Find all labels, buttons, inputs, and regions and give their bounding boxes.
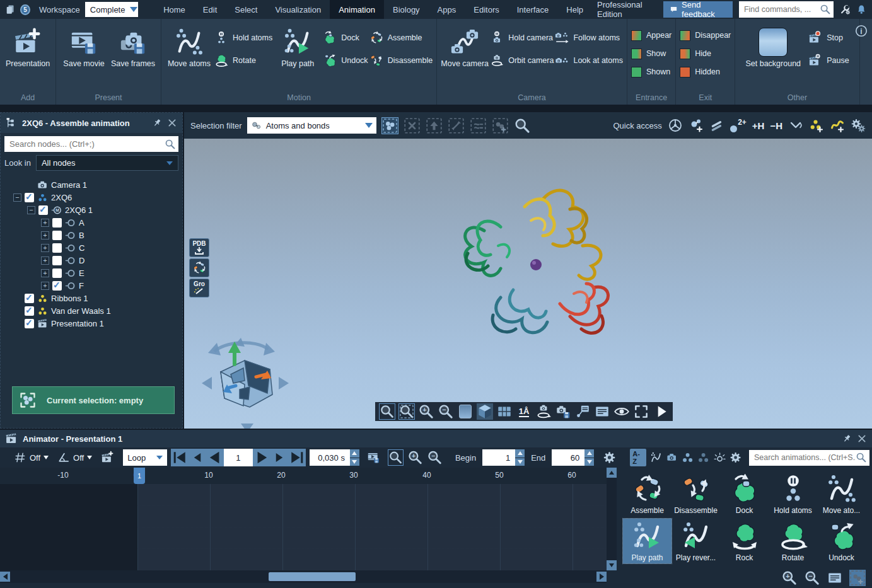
spin-up-button[interactable]	[584, 449, 594, 458]
tree-item[interactable]: + C	[4, 241, 182, 254]
frame-time-spinbox[interactable]: 0,030 s	[310, 449, 359, 466]
menu-tab[interactable]: Interface	[508, 0, 558, 19]
filter-light-icon[interactable]	[714, 451, 726, 464]
set-background-button[interactable]: Set background	[739, 23, 807, 68]
zoom-selection-button[interactable]	[398, 403, 415, 420]
tree-item[interactable]: Camera 1	[4, 178, 182, 191]
tree-expander[interactable]: +	[41, 257, 49, 265]
move-camera-button[interactable]: Move camera	[441, 23, 489, 68]
animation-item[interactable]: Assemble	[623, 471, 671, 516]
loop-mode-dropdown[interactable]: Loop	[123, 449, 167, 466]
shown-button[interactable]: Shown	[631, 64, 671, 79]
panel-button[interactable]	[594, 403, 610, 420]
search-nodes-box[interactable]	[4, 136, 178, 152]
tree-item[interactable]: + E	[4, 267, 182, 279]
tree-item[interactable]: Presentation 1	[4, 317, 182, 330]
save-viewpoint-button[interactable]	[555, 403, 571, 420]
look-at-atoms-button[interactable]: Look at atoms	[555, 53, 623, 68]
begin-spinbox[interactable]: 1	[482, 449, 525, 466]
menu-tab[interactable]: Editors	[465, 0, 508, 19]
visibility-button[interactable]	[613, 403, 630, 420]
menu-tab[interactable]: Help	[557, 0, 592, 19]
hold-camera-button[interactable]: Hold camera	[490, 30, 554, 45]
hide-button[interactable]: Hide	[680, 46, 731, 61]
look-in-dropdown[interactable]: All nodes	[36, 155, 178, 171]
close-icon[interactable]	[857, 434, 867, 444]
tree-item[interactable]: + B	[4, 229, 182, 241]
step-forward-button[interactable]	[270, 449, 288, 466]
filter-path-icon[interactable]	[650, 451, 662, 464]
info-icon[interactable]: i	[854, 24, 868, 38]
timeline-zoom-out-button[interactable]: −	[427, 449, 443, 466]
scroll-up-button[interactable]	[607, 468, 617, 478]
filter-camera-icon[interactable]	[666, 451, 678, 464]
remove-hydrogens-button[interactable]: −H	[770, 120, 782, 131]
add-ribbon-icon[interactable]	[830, 118, 845, 133]
appear-button[interactable]: Appear	[631, 28, 671, 43]
tree-checkbox[interactable]	[52, 243, 62, 253]
close-icon[interactable]	[167, 118, 177, 128]
simulation-settings-icon[interactable]	[851, 118, 866, 133]
sort-az-button[interactable]: A-Z	[630, 449, 646, 466]
tree-item[interactable]: − 2XQ6	[4, 191, 182, 204]
select-similar-button[interactable]	[470, 117, 487, 134]
animation-item[interactable]: Disassemble	[671, 471, 720, 516]
search-animations-input[interactable]	[754, 453, 856, 462]
periodic-table-icon[interactable]	[668, 118, 683, 133]
tree-item[interactable]: Ribbons 1	[4, 292, 182, 304]
filter-group-icon[interactable]	[697, 451, 709, 464]
hidden-button[interactable]: Hidden	[680, 64, 731, 79]
labels-button[interactable]	[574, 403, 591, 420]
disappear-button[interactable]: Disappear	[680, 28, 731, 43]
scale-1angstrom-button[interactable]: 1Å	[516, 403, 532, 420]
zoom-selection-button[interactable]	[514, 117, 531, 134]
find-commands-box[interactable]	[739, 1, 834, 18]
zoom-out-button[interactable]: −	[438, 403, 454, 420]
zoom-in-button[interactable]: +	[418, 403, 434, 420]
save-movie-button[interactable]: Save movie	[60, 23, 108, 68]
zoom-all-button[interactable]	[379, 403, 395, 420]
menu-tab[interactable]: Edit	[194, 0, 226, 19]
animation-item[interactable]: Hold atoms	[769, 471, 817, 516]
spin-up-button[interactable]	[350, 449, 359, 458]
timeline-body[interactable]	[0, 484, 607, 570]
pin-icon[interactable]	[842, 434, 852, 444]
animation-item[interactable]: Rotate	[769, 519, 817, 563]
expand-selection-button[interactable]	[448, 117, 465, 134]
frame-time-value[interactable]: 0,030 s	[310, 449, 350, 466]
add-presentation-icon[interactable]	[101, 451, 114, 464]
tree-expander[interactable]: +	[41, 219, 49, 227]
timeline-zoom-fit-button[interactable]	[388, 449, 404, 466]
search-nodes-input[interactable]	[9, 139, 165, 149]
begin-value[interactable]: 1	[482, 449, 515, 466]
orbit-view-button[interactable]	[535, 403, 552, 420]
notification-badge[interactable]: 5	[20, 4, 30, 15]
workspace-profile-dropdown[interactable]: Complete	[85, 2, 138, 17]
menu-tab[interactable]: Visualization	[266, 0, 330, 19]
fullscreen-button[interactable]	[633, 403, 649, 420]
viewport-3d[interactable]: PDB Gro + − 1Å	[184, 139, 872, 429]
list-view-button[interactable]	[827, 570, 843, 586]
grid-snap-dropdown[interactable]: Off	[14, 451, 49, 464]
set-charge-button[interactable]: 2+	[730, 118, 747, 133]
select-up-button[interactable]	[426, 117, 443, 134]
create-bonds-icon[interactable]	[709, 118, 724, 133]
tree-checkbox[interactable]	[25, 319, 34, 328]
timeline-ruler[interactable]: -10 0 10 20 30 40 50 60 1	[0, 468, 607, 484]
step-back-button[interactable]	[189, 449, 206, 466]
timeline-zoom-in-button[interactable]: +	[407, 449, 423, 466]
preferences-icon[interactable]	[840, 3, 851, 16]
tree-expander[interactable]	[13, 307, 21, 315]
scroll-left-button[interactable]	[0, 572, 10, 582]
tree-item[interactable]: Van der Waals 1	[4, 304, 182, 317]
tree-checkbox[interactable]	[25, 193, 34, 202]
tree-checkbox[interactable]	[38, 205, 48, 215]
orbit-camera-button[interactable]: Orbit camera	[490, 53, 554, 68]
pin-icon[interactable]	[152, 118, 162, 128]
animation-item[interactable]: Play rever...	[671, 519, 720, 563]
dock-button[interactable]: Dock	[323, 30, 368, 45]
spin-down-button[interactable]	[515, 458, 525, 466]
menu-tab[interactable]: Apps	[429, 0, 465, 19]
assemble-tool-button[interactable]	[189, 258, 209, 277]
menu-tab[interactable]: Home	[154, 0, 194, 19]
